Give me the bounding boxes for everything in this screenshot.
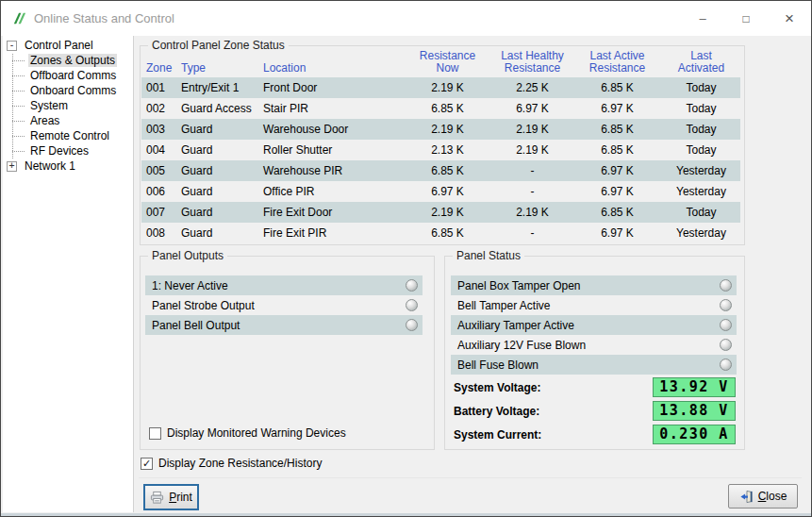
panel-outputs-group-title: Panel Outputs	[148, 249, 227, 262]
sidebar-item-zones-outputs[interactable]: Zones & Outputs	[3, 53, 133, 68]
maximize-button[interactable]: □	[724, 1, 768, 36]
close-icon: ×	[785, 10, 794, 26]
navigation-tree: - Control Panel Zones & OutputsOffboard …	[3, 36, 134, 512]
zone-table: 001Entry/Exit 1Front Door2.19 K2.25 K6.8…	[141, 77, 740, 243]
led-indicator	[406, 299, 418, 311]
zone-row-005[interactable]: 005GuardWarehouse PIR6.85 K-6.97 KYester…	[141, 160, 740, 181]
tree-branch-line	[12, 151, 25, 152]
zone-row-004[interactable]: 004GuardRoller Shutter2.13 K2.19 K6.85 K…	[141, 140, 740, 160]
reading-system-current: System Current:0.230 A	[454, 425, 736, 444]
footer-separator	[139, 477, 802, 478]
close-button[interactable]: Close	[728, 484, 798, 509]
checkbox-label: Display Zone Resistance/History	[158, 457, 322, 470]
panel-status-group-title: Panel Status	[453, 249, 524, 262]
status-label: Bell Tamper Active	[457, 299, 551, 312]
titlebar: Online Status and Control – □ ×	[1, 1, 811, 36]
status-label: Bell Fuse Blown	[457, 359, 539, 372]
status-row-auxiliary-tamper-active: Auxiliary Tamper Active	[451, 315, 737, 335]
close-window-button[interactable]: ×	[768, 1, 811, 36]
panel-status-group: Panel Status Panel Box Tamper OpenBell T…	[444, 256, 745, 450]
sidebar-item-onboard-comms[interactable]: Onboard Comms	[3, 83, 133, 98]
panel-outputs-list: 1: Never ActivePanel Strobe OutputPanel …	[145, 275, 423, 335]
checkbox-box	[149, 427, 161, 440]
column-header-now: ResistanceNow	[403, 50, 492, 77]
lcd-display: 13.88 V	[653, 401, 736, 421]
tree-branch-line	[12, 75, 25, 76]
led-indicator	[406, 319, 418, 331]
checkbox-box: ✓	[141, 458, 153, 470]
tree-item-label: RF Devices	[28, 144, 91, 158]
column-header-resistance: Last HealthyResistance	[492, 50, 572, 77]
zone-row-007[interactable]: 007GuardFire Exit Door2.19 K2.19 K6.85 K…	[141, 202, 740, 223]
zone-row-008[interactable]: 008GuardFire Exit PIR6.85 K-6.97 KYester…	[141, 223, 740, 243]
tree-branch-line	[12, 60, 25, 61]
tree-item-label: Zones & Outputs	[28, 54, 117, 67]
tree-children: Zones & OutputsOffboard CommsOnboard Com…	[3, 53, 133, 158]
sidebar-item-areas[interactable]: Areas	[3, 113, 133, 128]
print-button-label: Print	[169, 491, 192, 504]
reading-label: Battery Voltage:	[454, 405, 539, 418]
display-monitored-warning-devices-checkbox[interactable]: Display Monitored Warning Devices	[149, 426, 346, 440]
lcd-display: 0.230 A	[653, 425, 736, 444]
checkbox-label: Display Monitored Warning Devices	[167, 426, 346, 440]
collapse-icon[interactable]: -	[7, 41, 17, 51]
status-label: Auxiliary 12V Fuse Blown	[457, 339, 586, 352]
output-label: Panel Strobe Output	[152, 299, 255, 312]
window-controls: – □ ×	[681, 1, 811, 36]
reading-label: System Current:	[454, 428, 541, 442]
output-row-1-never-active[interactable]: 1: Never Active	[145, 275, 423, 295]
reading-system-voltage: System Voltage:13.92 V	[454, 377, 736, 397]
exit-door-icon	[739, 490, 754, 504]
zone-row-006[interactable]: 006GuardOffice PIR6.97 K-6.97 KYesterday	[141, 181, 740, 202]
app-logo-icon	[11, 10, 27, 26]
output-row-panel-strobe-output[interactable]: Panel Strobe Output	[145, 295, 423, 315]
tree-branch-line	[12, 106, 25, 107]
tree-branch-line	[12, 91, 25, 92]
status-row-panel-box-tamper-open: Panel Box Tamper Open	[451, 275, 737, 295]
status-row-bell-tamper-active: Bell Tamper Active	[451, 295, 737, 315]
panel-status-list: Panel Box Tamper OpenBell Tamper ActiveA…	[451, 275, 737, 375]
zone-status-group: Control Panel Zone Status ZoneTypeLocati…	[140, 45, 745, 245]
maximize-icon: □	[742, 13, 749, 25]
tree-node-label: Control Panel	[23, 39, 95, 52]
minimize-icon: –	[699, 12, 705, 25]
print-button[interactable]: Print	[143, 484, 199, 510]
expand-icon[interactable]: +	[7, 161, 17, 172]
tree-item-label: Areas	[28, 114, 61, 127]
led-indicator	[720, 359, 732, 371]
zone-row-001[interactable]: 001Entry/Exit 1Front Door2.19 K2.25 K6.8…	[141, 77, 740, 98]
panel-outputs-group: Panel Outputs 1: Never ActivePanel Strob…	[140, 256, 435, 450]
status-label: Auxiliary Tamper Active	[457, 319, 574, 332]
sidebar-item-remote-control[interactable]: Remote Control	[3, 128, 133, 143]
column-header-location: Location	[261, 62, 403, 77]
led-indicator	[720, 279, 732, 292]
tree-branch-line	[12, 121, 25, 122]
status-label: Panel Box Tamper Open	[457, 279, 581, 292]
tree-branch-line	[12, 136, 25, 137]
zone-row-003[interactable]: 003GuardWarehouse Door2.19 K2.19 K6.85 K…	[141, 119, 740, 140]
sidebar-item-system[interactable]: System	[3, 98, 133, 113]
zone-table-header: ZoneTypeLocationResistanceNowLast Health…	[141, 46, 740, 77]
window-title: Online Status and Control	[34, 11, 174, 25]
display-zone-resistance-checkbox[interactable]: ✓ Display Zone Resistance/History	[141, 457, 322, 470]
output-label: 1: Never Active	[152, 279, 228, 292]
voltage-readings: System Voltage:13.92 VBattery Voltage:13…	[454, 377, 736, 448]
reading-battery-voltage: Battery Voltage:13.88 V	[454, 401, 736, 421]
tree-item-label: Onboard Comms	[28, 84, 118, 97]
led-indicator	[406, 279, 418, 292]
zone-row-002[interactable]: 002Guard AccessStair PIR6.85 K6.97 K6.97…	[141, 98, 740, 119]
tree-node-label: Network 1	[23, 159, 77, 173]
sidebar-item-rf-devices[interactable]: RF Devices	[3, 143, 133, 158]
column-header-type: Type	[179, 62, 261, 77]
minimize-button[interactable]: –	[681, 1, 724, 36]
tree-item-label: Offboard Comms	[28, 69, 118, 82]
output-label: Panel Bell Output	[152, 319, 240, 332]
status-row-auxiliary-12v-fuse-blown: Auxiliary 12V Fuse Blown	[451, 335, 737, 355]
output-row-panel-bell-output[interactable]: Panel Bell Output	[145, 315, 423, 335]
led-indicator	[720, 299, 732, 311]
tree-node-network-1[interactable]: + Network 1	[3, 158, 133, 174]
led-indicator	[720, 339, 732, 351]
led-indicator	[720, 319, 732, 331]
tree-node-control-panel[interactable]: - Control Panel	[3, 38, 133, 53]
sidebar-item-offboard-comms[interactable]: Offboard Comms	[3, 68, 133, 83]
